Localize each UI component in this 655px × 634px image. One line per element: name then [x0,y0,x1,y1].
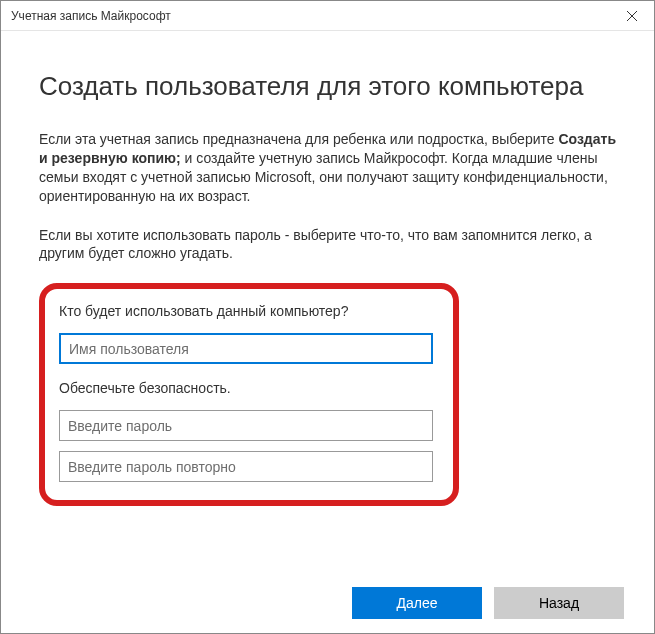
next-button[interactable]: Далее [352,587,482,619]
back-button[interactable]: Назад [494,587,624,619]
close-icon [627,7,637,25]
security-label: Обеспечьте безопасность. [59,380,439,396]
intro-text-pre: Если эта учетная запись предназначена дл… [39,131,558,147]
dialog-window: Учетная запись Майкрософт Создать пользо… [0,0,655,634]
window-title: Учетная запись Майкрософт [11,9,171,23]
dialog-footer: Далее Назад [1,573,654,633]
dialog-content: Создать пользователя для этого компьютер… [1,31,654,573]
username-label: Кто будет использовать данный компьютер? [59,303,439,319]
form-highlight: Кто будет использовать данный компьютер?… [39,283,459,506]
username-input[interactable] [59,333,433,364]
close-button[interactable] [609,1,654,31]
password-confirm-input[interactable] [59,451,433,482]
titlebar: Учетная запись Майкрософт [1,1,654,31]
intro-paragraph-2: Если вы хотите использовать пароль - выб… [39,226,616,264]
password-input[interactable] [59,410,433,441]
intro-paragraph-1: Если эта учетная запись предназначена дл… [39,130,616,206]
page-title: Создать пользователя для этого компьютер… [39,71,616,102]
